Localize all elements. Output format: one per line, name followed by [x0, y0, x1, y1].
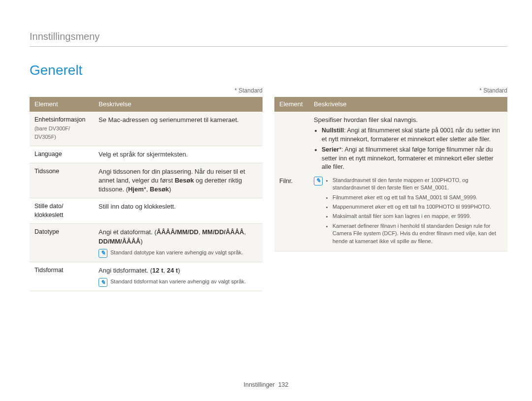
table-row: Language Velg et språk for skjermteksten… [30, 146, 263, 163]
table-row: Tidssone Angi tidssonen for din plasseri… [30, 163, 263, 198]
text: , [164, 267, 167, 274]
table-row: Filnr. Spesifiser hvordan filer skal nav… [274, 112, 507, 251]
page-title: Generelt [30, 61, 507, 80]
cell-label: Enhetsinformasjon (bare DV300F/ DV305F) [30, 112, 94, 146]
cell-desc: Angi tidsformatet. (12 t, 24 t) ✎ Standa… [94, 262, 263, 291]
cell-desc: Still inn dato og klokkeslett. [94, 198, 263, 224]
note-icon: ✎ [99, 278, 107, 287]
table-header: Element Beskrivelse [274, 97, 507, 112]
bold: DD/MM/ÅÅÅÅ [99, 238, 140, 245]
note-list: Standardnavnet til den første mappen er … [326, 177, 502, 247]
table-row: Datotype Angi et datoformat. (ÅÅÅÅ/MM/DD… [30, 224, 263, 262]
text: ) [140, 238, 142, 245]
text: ) [169, 185, 171, 193]
list-item: Maksimalt antall filer som kan lagres i … [332, 213, 502, 220]
standard-note-right: * Standard [274, 87, 507, 95]
text: , [244, 228, 246, 236]
note-text: Standard tidsformat kan variere avhengig… [110, 278, 246, 287]
note: ✎ Standardnavnet til den første mappen e… [314, 177, 502, 247]
text: Angi tidsformatet. ( [99, 267, 152, 274]
text: *: Angi at filnummeret skal følge forrig… [322, 146, 494, 170]
list-item: Filnummeret øker ett og ett tall fra SAM… [332, 194, 502, 201]
table-header: Element Beskrivelse [30, 97, 263, 112]
left-column: * Standard Element Beskrivelse Enhetsinf… [30, 87, 263, 291]
bold: Besøk [150, 185, 169, 193]
list-item: Standardnavnet til den første mappen er … [332, 177, 502, 192]
footer-page: 132 [278, 381, 289, 388]
cell-label: Language [30, 146, 94, 163]
right-table: Element Beskrivelse Filnr. Spesifiser hv… [274, 97, 507, 251]
row-sublabel: (bare DV300F/ DV305F) [34, 125, 70, 140]
list-item: Nullstill: Angi at filnummeret skal star… [322, 126, 502, 144]
content-columns: * Standard Element Beskrivelse Enhetsinf… [30, 87, 507, 291]
table-row: Enhetsinformasjon (bare DV300F/ DV305F) … [30, 112, 263, 146]
page-footer: Innstillinger 132 [0, 381, 532, 390]
footer-section: Innstillinger [243, 381, 274, 388]
text: Angi et datoformat. ( [99, 228, 157, 236]
option-list: Nullstill: Angi at filnummeret skal star… [314, 126, 502, 172]
header-description: Beskrivelse [309, 97, 507, 112]
header-element: Element [30, 97, 94, 112]
cell-desc: Se Mac-adressen og serienummeret til kam… [94, 112, 263, 146]
standard-note-left: * Standard [30, 87, 263, 95]
divider [30, 46, 507, 47]
bold: Serier [322, 146, 339, 153]
bold: 12 t [152, 267, 163, 274]
text: *, [144, 185, 150, 193]
cell-desc: Angi et datoformat. (ÅÅÅÅ/MM/DD, MM/DD/Å… [94, 224, 263, 262]
bold: Hjem [128, 185, 144, 193]
left-table: Element Beskrivelse Enhetsinformasjon (b… [30, 97, 263, 291]
cell-desc: Angi tidssonen for din plassering. Når d… [94, 163, 263, 198]
text: : Angi at filnummeret skal starte på 000… [322, 127, 500, 143]
list-item: Mappenummeret øker ett og ett tall fra 1… [332, 203, 502, 211]
list-item: Serier*: Angi at filnummeret skal følge … [322, 146, 502, 172]
cell-desc: Velg et språk for skjermteksten. [94, 146, 263, 163]
cell-label: Tidssone [30, 163, 94, 198]
cell-desc: Spesifiser hvordan filer skal navngis. N… [309, 112, 507, 251]
bold: Besøk [175, 177, 194, 184]
cell-label: Filnr. [274, 112, 309, 251]
bold: 24 t [167, 267, 178, 274]
bold: ÅÅÅÅ/MM/DD [157, 228, 199, 236]
note: ✎ Standard datotype kan variere avhengig… [99, 249, 258, 258]
note-icon: ✎ [314, 177, 323, 185]
note-icon: ✎ [99, 249, 107, 258]
bold: Nullstill [322, 127, 344, 134]
table-row: Tidsformat Angi tidsformatet. (12 t, 24 … [30, 262, 263, 291]
breadcrumb: Innstillingsmeny [30, 30, 507, 43]
cell-label: Datotype [30, 224, 94, 262]
note: ✎ Standard tidsformat kan variere avheng… [99, 278, 258, 287]
bold: MM/DD/ÅÅÅÅ [202, 228, 244, 236]
header-description: Beskrivelse [94, 97, 263, 112]
table-row: Stille dato/ klokkeslett Still inn dato … [30, 198, 263, 224]
header-element: Element [274, 97, 309, 112]
right-column: * Standard Element Beskrivelse Filnr. Sp… [274, 87, 507, 251]
cell-label: Tidsformat [30, 262, 94, 291]
text: ) [178, 267, 180, 274]
row-label: Enhetsinformasjon [34, 116, 86, 123]
list-item: Kameraet definerer filnavn i henhold til… [332, 222, 502, 245]
note-text: Standard datotype kan variere avhengig a… [110, 249, 243, 258]
cell-label: Stille dato/ klokkeslett [30, 198, 94, 224]
intro-text: Spesifiser hvordan filer skal navngis. [314, 116, 502, 124]
